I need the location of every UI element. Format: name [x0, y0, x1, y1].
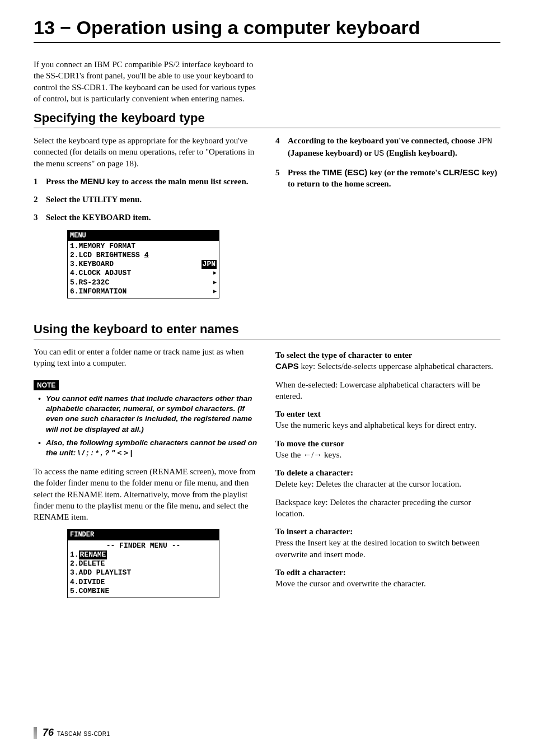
lcd-finder-header: -- FINDER MENU -- [70, 542, 217, 550]
section-heading-enter-names: Using the keyboard to enter names [34, 322, 500, 337]
page-title: 13 − Operation using a computer keyboard [34, 17, 500, 39]
caps-key-text: key: Selects/de-selects uppercase alphab… [299, 362, 493, 371]
lcd-r2-value: 4 [144, 251, 149, 260]
s5-mid: key (or the remote's [367, 168, 443, 177]
step-text: According to the keyboard you've connect… [288, 135, 500, 160]
lcd-row: 4.CLOCK ADJUST▶ [70, 269, 217, 278]
insert-key-desc: Press the Insert key at the desired loca… [275, 537, 500, 560]
step-4: 4 According to the keyboard you've conne… [275, 135, 500, 160]
note-item: You cannot edit names that include chara… [46, 394, 259, 435]
secb-p2: To access the name editing screen (RENAM… [34, 466, 259, 522]
lcd-row: 3.ADD PLAYLIST [70, 568, 217, 577]
note-list: You cannot edit names that include chara… [34, 394, 259, 458]
section-a-intro: Select the keyboard type as appropriate … [34, 135, 259, 169]
step-3: 3 Select the KEYBOARD item. [34, 212, 259, 223]
subhead-move-cursor: To move the cursor [275, 438, 500, 449]
section-heading-keyboard-type: Specifying the keyboard type [34, 111, 500, 125]
intro-paragraph: If you connect an IBM PC compatible PS/2… [34, 59, 257, 104]
lcd2-r1a: 1. [70, 550, 79, 559]
lcd-r5-label: 5.RS-232C [70, 278, 109, 287]
lcd-r3-value: JPN [202, 260, 217, 269]
page-number: 76 [43, 727, 54, 739]
lcd-title: MENU [68, 231, 219, 241]
s4-mid: (Japanese keyboard) or [288, 148, 374, 157]
p4a: Use the [275, 450, 303, 459]
s4-pre: According to the keyboard you've connect… [288, 136, 477, 145]
step-5: 5 Press the TIME (ESC) key (or the remot… [275, 167, 500, 190]
backspace-key-desc: Backspace key: Deletes the character pre… [275, 497, 500, 520]
lcd-title: FINDER [68, 530, 219, 540]
enter-text-desc: Use the numeric keys and alphabetical ke… [275, 419, 500, 431]
subhead-select-char-type: To select the type of character to enter [275, 349, 500, 361]
s5-pre: Press the [288, 168, 322, 177]
secb-p1: You can edit or enter a folder name or t… [34, 346, 259, 369]
delete-key-desc: Delete key: Deletes the character at the… [275, 478, 500, 489]
subhead-delete-char: To delete a character: [275, 467, 500, 478]
clr-esc-key: CLR/ESC [443, 167, 480, 177]
left-arrow-icon: ← [303, 450, 311, 459]
subhead-edit-char: To edit a character: [275, 567, 500, 578]
lcd-row-selected: 3.KEYBOARDJPN [70, 260, 217, 269]
step-2: 2 Select the UTILITY menu. [34, 194, 259, 205]
product-name: TASCAM SS-CDR1 [57, 731, 110, 737]
time-esc-key: TIME (ESC) [322, 167, 367, 177]
step1-post: key to access the main menu list screen. [105, 177, 249, 186]
lcd-menu-screenshot: MENU 1.MEMORY FORMAT 2.LCD BRIGHTNESS 4 … [67, 230, 219, 299]
step1-pre: Press the [46, 177, 80, 186]
step-number: 2 [34, 194, 46, 205]
triangle-right-icon: ▶ [213, 288, 217, 296]
lcd-r6-label: 6.INFORMATION [70, 287, 127, 296]
lcd-r3-label: 3.KEYBOARD [70, 260, 114, 269]
step-number: 3 [34, 212, 46, 223]
step-1: 1 Press the MENU key to access the main … [34, 176, 259, 187]
triangle-right-icon: ▶ [213, 279, 217, 287]
lcd-row: 1.MEMORY FORMAT [70, 242, 217, 251]
step-text: Press the MENU key to access the main me… [46, 176, 259, 187]
section-b-right-col: To select the type of character to enter… [275, 346, 500, 608]
title-rule [34, 42, 500, 43]
step-text: Select the KEYBOARD item. [46, 212, 259, 223]
move-cursor-desc: Use the ←/→ keys. [275, 449, 500, 460]
lcd2-r1b: RENAME [79, 550, 107, 559]
section-rule [34, 128, 500, 128]
us-option: US [374, 149, 384, 158]
section-rule [34, 339, 500, 339]
jpn-option: JPN [477, 137, 492, 146]
section-b-columns: You can edit or enter a folder name or t… [34, 346, 500, 608]
lcd-row-selected: 1.RENAME [70, 550, 217, 559]
section-a-columns: Select the keyboard type as appropriate … [34, 135, 500, 309]
lcd-row: 2.DELETE [70, 559, 217, 568]
page-footer: 76 TASCAM SS-CDR1 [34, 727, 110, 739]
lcd-row: 4.DIVIDE [70, 578, 217, 587]
triangle-right-icon: ▶ [213, 270, 217, 277]
p4b: keys. [322, 450, 341, 459]
caps-key-label: CAPS [275, 361, 299, 371]
step-number: 5 [275, 167, 288, 190]
subhead-insert-char: To insert a character: [275, 526, 500, 537]
subhead-enter-text: To enter text [275, 408, 500, 419]
deselected-desc: When de-selected: Lowercase alphabetical… [275, 379, 500, 402]
menu-key-label: MENU [80, 176, 105, 186]
step-number: 1 [34, 176, 46, 187]
s4-post: (English keyboard). [384, 148, 457, 157]
step-number: 4 [275, 135, 288, 160]
lcd-row: 5.RS-232C▶ [70, 278, 217, 287]
lcd-row: 5.COMBINE [70, 587, 217, 596]
lcd-row: 6.INFORMATION▶ [70, 287, 217, 296]
lcd-row: 2.LCD BRIGHTNESS 4 [70, 251, 217, 260]
lcd-r4-label: 4.CLOCK ADJUST [70, 269, 131, 278]
caps-key-desc: CAPS key: Selects/de-selects uppercase a… [275, 361, 500, 372]
section-a-right-col: 4 According to the keyboard you've conne… [275, 135, 500, 309]
footer-bar-icon [34, 727, 37, 739]
lcd-finder-screenshot: FINDER -- FINDER MENU -- 1.RENAME 2.DELE… [67, 529, 219, 598]
step-text: Select the UTILITY menu. [46, 194, 259, 205]
lcd-r2-label: 2.LCD BRIGHTNESS [70, 251, 144, 260]
note-badge: NOTE [34, 380, 59, 390]
edit-char-desc: Move the cursor and overwrite the charac… [275, 578, 500, 589]
section-a-left-col: Select the keyboard type as appropriate … [34, 135, 259, 309]
note-item: Also, the following symbolic characters … [46, 438, 259, 458]
section-b-left-col: You can edit or enter a folder name or t… [34, 346, 259, 608]
right-arrow-icon: → [313, 450, 322, 459]
step-text: Press the TIME (ESC) key (or the remote'… [288, 167, 500, 190]
